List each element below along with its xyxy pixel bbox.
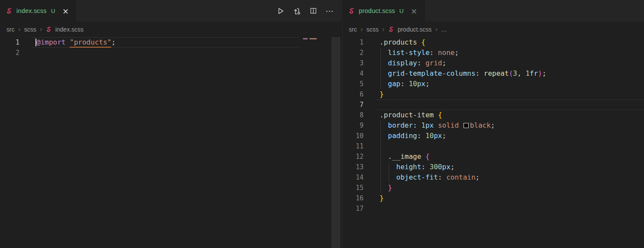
- line-number: 14: [342, 172, 367, 183]
- breadcrumb-item-file[interactable]: product.scss: [398, 26, 432, 33]
- line-number: 8: [342, 110, 367, 120]
- indent-guide: [380, 183, 381, 193]
- chevron-right-icon: ›: [435, 26, 438, 33]
- line-content: gap: 10px;: [367, 79, 644, 89]
- code-line[interactable]: 5 gap: 10px;: [342, 79, 644, 89]
- chevron-right-icon: ›: [361, 26, 363, 33]
- indent-guide: [380, 172, 381, 183]
- tab-label: index.scss: [16, 7, 47, 14]
- line-number: 1: [342, 37, 367, 48]
- indent-guide: [380, 131, 381, 141]
- breadcrumb-overflow[interactable]: …: [441, 26, 447, 33]
- sass-icon: [6, 8, 13, 14]
- code-line[interactable]: 13 height: 300px;: [342, 162, 644, 172]
- chevron-right-icon: ›: [382, 26, 385, 33]
- indent-guide: [389, 162, 389, 172]
- line-content: }: [367, 183, 644, 193]
- vertical-scrollbar[interactable]: [332, 37, 340, 248]
- tab-index-scss[interactable]: index.scss U ×: [0, 0, 76, 22]
- tab-label: product.scss: [359, 7, 395, 14]
- tabbar-left: index.scss U ×: [0, 0, 341, 22]
- sass-icon: [46, 26, 52, 32]
- indent-guide: [380, 162, 381, 172]
- code-line[interactable]: 15 }: [342, 183, 644, 193]
- line-content: display: grid;: [367, 58, 644, 68]
- code-line[interactable]: 1@import "products";: [0, 37, 341, 48]
- code-line[interactable]: 4 grid-template-columns: repeat(3, 1fr);: [342, 68, 644, 79]
- tab-product-scss[interactable]: product.scss U ×: [342, 0, 425, 22]
- run-button[interactable]: [274, 4, 287, 17]
- code-line[interactable]: 3 display: grid;: [342, 58, 644, 68]
- line-number: 10: [342, 131, 367, 141]
- line-content: [367, 100, 644, 110]
- more-actions-button[interactable]: ⋯: [323, 4, 336, 17]
- editor-pane-right: product.scss U × src › scss › product.sc…: [342, 0, 644, 248]
- vscode-workbench: index.scss U ×: [0, 0, 644, 248]
- code-line[interactable]: 11: [342, 141, 644, 151]
- line-content: .products {: [367, 37, 644, 48]
- code-line[interactable]: 10 padding: 10px;: [342, 131, 644, 141]
- line-content: object-fit: contain;: [367, 172, 644, 183]
- git-status-badge: U: [51, 8, 55, 14]
- line-number: 13: [342, 162, 367, 172]
- open-changes-button[interactable]: [290, 4, 303, 17]
- line-content: grid-template-columns: repeat(3, 1fr);: [367, 68, 644, 79]
- split-editor-button[interactable]: [307, 4, 320, 17]
- code-line[interactable]: 2: [0, 48, 341, 58]
- minimap[interactable]: [301, 37, 330, 248]
- breadcrumb-left: src › scss › index.scss: [0, 22, 341, 37]
- code-line[interactable]: 8.product-item {: [342, 110, 644, 120]
- line-number: 17: [342, 203, 367, 214]
- line-content: [367, 203, 644, 214]
- indent-guide: [380, 68, 381, 79]
- line-number: 6: [342, 89, 367, 100]
- chevron-right-icon: ›: [40, 26, 42, 33]
- breadcrumb-item-file[interactable]: index.scss: [55, 26, 84, 33]
- breadcrumb-item-src[interactable]: src: [6, 26, 15, 33]
- code-line[interactable]: 14 object-fit: contain;: [342, 172, 644, 183]
- code-editor-product-scss[interactable]: 1.products {2 list-style: none;3 display…: [342, 37, 644, 248]
- color-swatch[interactable]: [464, 123, 469, 128]
- git-status-badge: U: [399, 8, 404, 14]
- indent-guide: [380, 120, 381, 131]
- line-content: padding: 10px;: [367, 131, 644, 141]
- line-number: 5: [342, 79, 367, 89]
- code-line[interactable]: 16}: [342, 193, 644, 203]
- line-content: }: [367, 89, 644, 100]
- line-content: .product-item {: [367, 110, 644, 120]
- chevron-right-icon: ›: [18, 26, 21, 33]
- line-number: 11: [342, 141, 367, 151]
- line-number: 16: [342, 193, 367, 203]
- code-editor-index-scss[interactable]: 1@import "products";2: [0, 37, 341, 248]
- code-line[interactable]: 12 .__image {: [342, 151, 644, 162]
- line-number: 7: [342, 100, 367, 110]
- line-number: 15: [342, 183, 367, 193]
- line-content: list-style: none;: [367, 48, 644, 58]
- code-line[interactable]: 1.products {: [342, 37, 644, 48]
- code-line[interactable]: 7: [342, 100, 644, 110]
- line-content: [367, 141, 644, 151]
- breadcrumb-item-src[interactable]: src: [349, 26, 357, 33]
- line-content: @import "products";: [27, 37, 341, 48]
- line-number: 9: [342, 120, 367, 131]
- line-number: 2: [0, 48, 27, 58]
- line-content: .__image {: [367, 151, 644, 162]
- close-icon[interactable]: ×: [409, 6, 419, 16]
- breadcrumb-item-scss[interactable]: scss: [367, 26, 379, 33]
- line-content: border: 1px solid black;: [367, 120, 644, 131]
- code-line[interactable]: 2 list-style: none;: [342, 48, 644, 58]
- indent-guide: [380, 79, 381, 89]
- code-line[interactable]: 6}: [342, 89, 644, 100]
- sass-icon: [348, 8, 355, 14]
- breadcrumb-item-scss[interactable]: scss: [24, 26, 36, 33]
- editor-actions: ⋯: [274, 0, 341, 22]
- code-line[interactable]: 9 border: 1px solid black;: [342, 120, 644, 131]
- indent-guide: [389, 172, 389, 183]
- close-icon[interactable]: ×: [61, 6, 70, 16]
- line-content: [27, 48, 341, 58]
- line-number: 4: [342, 68, 367, 79]
- breadcrumb-right: src › scss › product.scss › …: [342, 22, 644, 37]
- code-line[interactable]: 17: [342, 203, 644, 214]
- line-content: height: 300px;: [367, 162, 644, 172]
- line-number: 2: [342, 48, 367, 58]
